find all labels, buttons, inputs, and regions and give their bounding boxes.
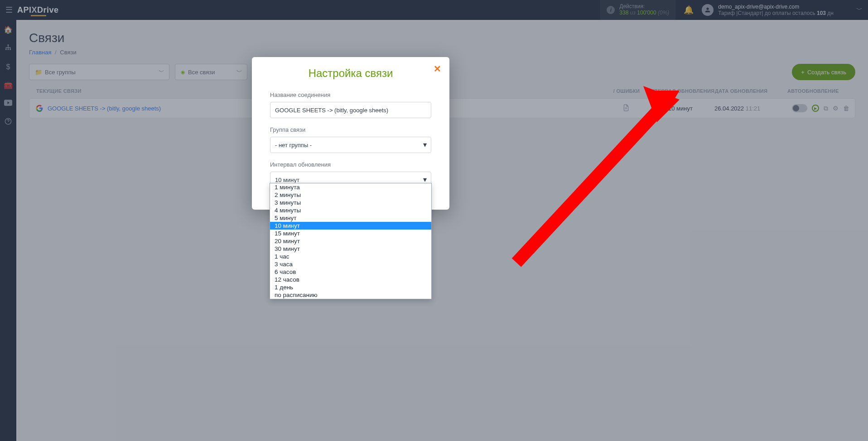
modal-title: Настройка связи [270, 67, 431, 80]
interval-option[interactable]: 1 день [270, 283, 431, 291]
interval-option[interactable]: по расписанию [270, 291, 431, 299]
interval-option[interactable]: 10 минут [270, 222, 431, 230]
interval-option[interactable]: 1 минута [270, 183, 431, 191]
interval-option[interactable]: 20 минут [270, 237, 431, 245]
interval-option[interactable]: 2 минуты [270, 191, 431, 199]
interval-option[interactable]: 3 часа [270, 260, 431, 268]
interval-option[interactable]: 12 часов [270, 276, 431, 283]
name-label: Название соединения [270, 91, 431, 98]
group-select[interactable]: - нет группы - [270, 137, 431, 153]
interval-option[interactable]: 5 минут [270, 214, 431, 222]
interval-option[interactable]: 6 часов [270, 268, 431, 276]
interval-options-list: 1 минута2 минуты3 минуты4 минуты5 минут1… [270, 183, 432, 299]
interval-option[interactable]: 15 минут [270, 230, 431, 237]
group-label: Группа связи [270, 126, 431, 133]
interval-label: Интервал обновления [270, 161, 431, 168]
interval-option[interactable]: 30 минут [270, 245, 431, 253]
interval-option[interactable]: 1 час [270, 253, 431, 260]
close-icon[interactable]: ✕ [434, 63, 441, 74]
interval-option[interactable]: 4 минуты [270, 206, 431, 214]
connection-name-input[interactable] [270, 102, 431, 118]
interval-option[interactable]: 3 минуты [270, 199, 431, 206]
